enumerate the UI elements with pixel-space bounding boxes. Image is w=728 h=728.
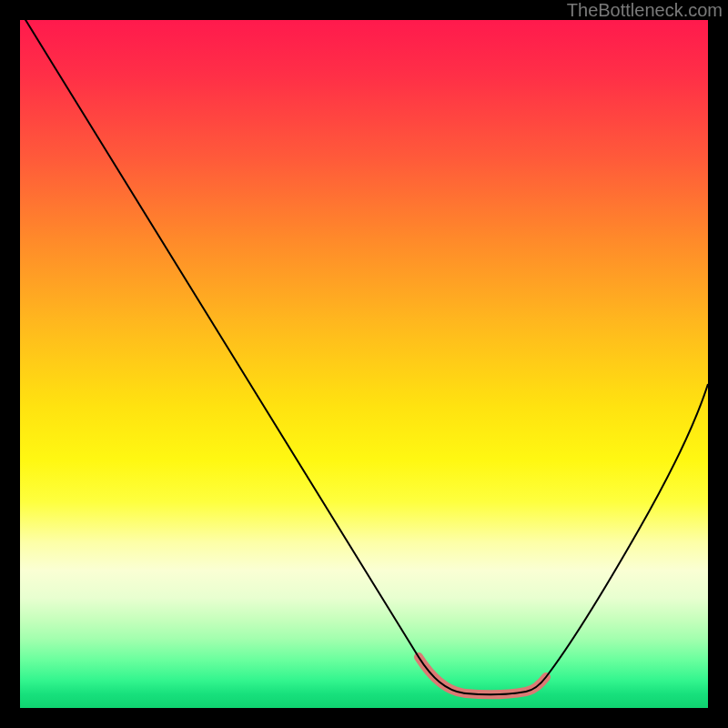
chart-frame: TheBottleneck.com [0, 0, 728, 728]
watermark-text: TheBottleneck.com [567, 0, 723, 20]
plot-area [20, 20, 708, 708]
severity-gradient-background [20, 20, 708, 708]
